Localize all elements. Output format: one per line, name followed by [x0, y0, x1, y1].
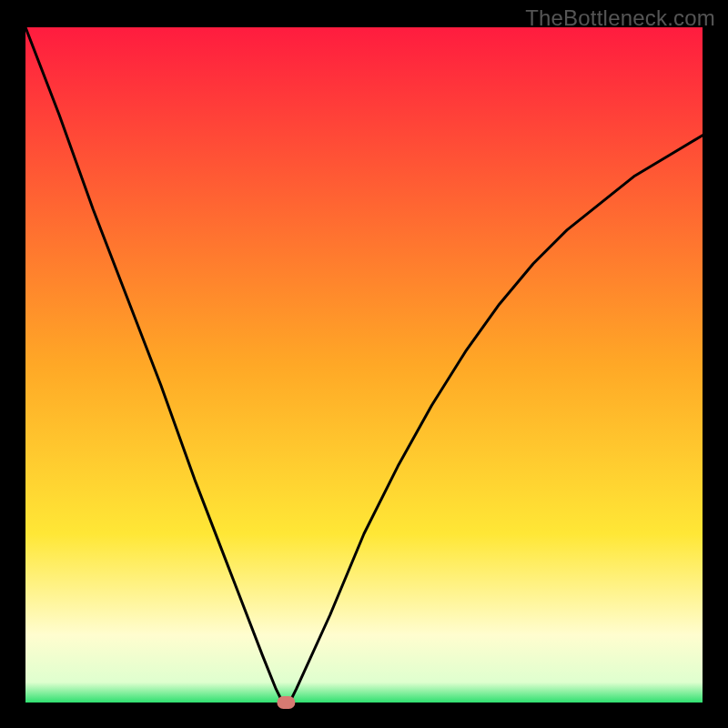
- chart-container: TheBottleneck.com: [0, 0, 728, 728]
- watermark-text: TheBottleneck.com: [525, 5, 715, 31]
- plot-area: [25, 27, 703, 703]
- minimum-marker: [277, 696, 295, 709]
- chart-svg: [0, 0, 728, 728]
